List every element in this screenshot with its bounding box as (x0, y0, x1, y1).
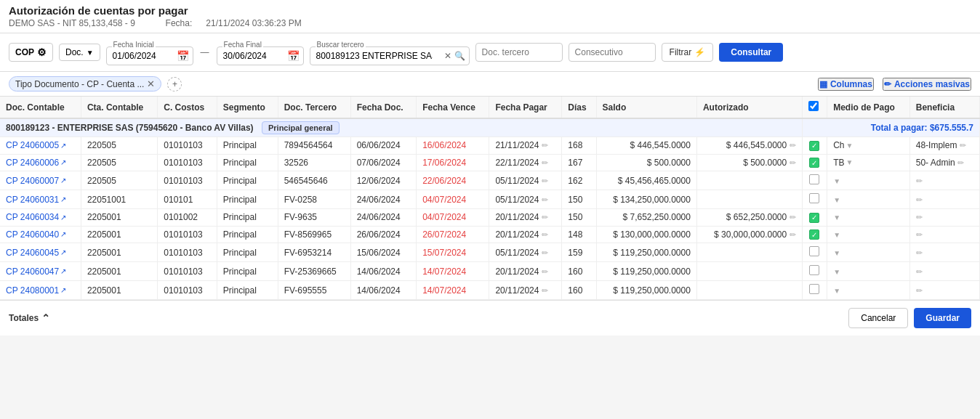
consultar-button[interactable]: Consultar (719, 43, 783, 62)
cell-beneficia: ✏ (909, 226, 979, 243)
external-link-icon: ↗ (60, 230, 66, 238)
cell-fecha-doc: 15/06/2024 (350, 243, 417, 262)
fecha-pagar-edit-icon[interactable]: ✏ (542, 195, 548, 204)
empty-payment-chevron[interactable]: ▼ (833, 249, 840, 257)
add-filter-button[interactable]: + (167, 77, 182, 91)
checked-icon[interactable]: ✓ (809, 213, 819, 223)
columnas-button[interactable]: ▦ Columnas (818, 78, 874, 91)
doc-link[interactable]: CP 24080001 ↗ (6, 285, 75, 296)
beneficia-edit-icon[interactable]: ✏ (916, 195, 923, 204)
cell-fecha-pagar: 05/11/2024 ✏ (489, 171, 562, 190)
currency-settings-icon[interactable]: ⚙ (37, 46, 47, 58)
cell-autorizado (696, 171, 802, 190)
empty-payment-chevron[interactable]: ▼ (833, 231, 840, 239)
doc-link[interactable]: CP 24060005 ↗ (6, 140, 75, 150)
cell-doc-tercero: FV-6953214 (278, 243, 350, 262)
acciones-masivas-button[interactable]: ✏ Acciones masivas (883, 78, 971, 91)
group-label: 800189123 - ENTERPRISE SAS (75945620 - B… (0, 118, 802, 137)
fecha-pagar-edit-icon[interactable]: ✏ (542, 176, 548, 185)
beneficia-edit-icon[interactable]: ✏ (916, 267, 923, 276)
unchecked-icon[interactable] (809, 193, 819, 203)
empty-payment-chevron[interactable]: ▼ (833, 287, 840, 295)
tag-label: Tipo Documento - CP - Cuenta ... (15, 79, 144, 89)
doc-link[interactable]: CP 24060045 ↗ (6, 248, 75, 258)
autorizado-edit-icon[interactable]: ✏ (790, 213, 796, 221)
totales-section[interactable]: Totales ⌃ (9, 312, 50, 324)
fecha-pagar-edit-icon[interactable]: ✏ (542, 267, 548, 276)
empty-payment-chevron[interactable]: ▼ (833, 268, 840, 276)
unchecked-icon[interactable] (809, 284, 819, 294)
cell-checkbox[interactable] (802, 281, 827, 300)
calendar-icon[interactable]: 📅 (177, 50, 189, 62)
cell-checkbox[interactable]: ✓ (802, 154, 827, 171)
cell-segmento: Principal (217, 137, 278, 155)
unchecked-icon[interactable] (809, 265, 819, 275)
doc-tercero-input[interactable] (475, 43, 563, 62)
filtrar-button[interactable]: Filtrar ⚡ (662, 43, 714, 62)
cell-fecha-doc: 07/06/2024 (350, 154, 417, 171)
payment-chevron-icon[interactable]: ▼ (846, 142, 854, 150)
currency-button[interactable]: COP ⚙ (9, 43, 53, 62)
autorizado-edit-icon[interactable]: ✏ (790, 158, 796, 167)
search-clear-icons[interactable]: ✕ 🔍 (444, 51, 465, 61)
cell-checkbox[interactable] (802, 243, 827, 262)
th-checkbox[interactable] (802, 97, 827, 118)
cell-doc-tercero: FV-8569965 (278, 226, 350, 243)
doc-link[interactable]: CP 24060007 ↗ (6, 176, 75, 186)
beneficia-edit-icon[interactable]: ✏ (916, 213, 923, 221)
cell-checkbox[interactable] (802, 262, 827, 281)
unchecked-icon[interactable] (809, 246, 819, 256)
doc-link[interactable]: CP 24060047 ↗ (6, 267, 75, 277)
checked-icon[interactable]: ✓ (809, 229, 819, 240)
external-link-icon: ↗ (60, 213, 66, 221)
cell-checkbox[interactable] (802, 190, 827, 209)
beneficia-edit-icon[interactable]: ✏ (916, 248, 923, 257)
cell-checkbox[interactable]: ✓ (802, 137, 827, 155)
cell-checkbox[interactable]: ✓ (802, 226, 827, 243)
select-all-checkbox[interactable] (808, 101, 819, 111)
beneficia-edit-icon[interactable]: ✏ (957, 158, 964, 167)
cell-beneficia: ✏ (909, 209, 979, 227)
cell-checkbox[interactable] (802, 171, 827, 190)
payment-chevron-icon[interactable]: ▼ (846, 158, 854, 166)
beneficia-edit-icon[interactable]: ✏ (916, 176, 923, 185)
doc-link[interactable]: CP 24060040 ↗ (6, 229, 75, 240)
cell-autorizado: $ 652,250.0000 ✏ (696, 209, 802, 227)
beneficia-edit-icon[interactable]: ✏ (916, 286, 923, 295)
empty-payment-chevron[interactable]: ▼ (833, 196, 840, 204)
checked-icon[interactable]: ✓ (809, 141, 819, 151)
doc-link[interactable]: CP 24060031 ↗ (6, 195, 75, 205)
autorizado-edit-icon[interactable]: ✏ (790, 230, 796, 239)
cell-dias: 160 (562, 281, 596, 300)
fecha-pagar-edit-icon[interactable]: ✏ (542, 230, 548, 239)
cancel-button[interactable]: Cancelar (848, 308, 908, 328)
cell-cta: 22051001 (81, 190, 157, 209)
fecha-pagar-edit-icon[interactable]: ✏ (542, 141, 548, 150)
guardar-button[interactable]: Guardar (914, 308, 971, 328)
totales-chevron-icon: ⌃ (41, 312, 50, 324)
empty-payment-chevron[interactable]: ▼ (833, 177, 840, 185)
fecha-pagar-edit-icon[interactable]: ✏ (542, 213, 548, 221)
th-doc-tercero: Doc. Tercero (278, 97, 350, 118)
consecutivo-input[interactable] (569, 43, 656, 62)
cell-doc: CP 24060031 ↗ (0, 190, 81, 209)
beneficia-edit-icon[interactable]: ✏ (916, 230, 923, 239)
doc-link[interactable]: CP 24060034 ↗ (6, 212, 75, 222)
empty-payment-chevron[interactable]: ▼ (833, 213, 840, 221)
beneficia-edit-icon[interactable]: ✏ (960, 141, 966, 150)
autorizado-edit-icon[interactable]: ✏ (790, 141, 796, 150)
calendar-end-icon[interactable]: 📅 (287, 50, 300, 62)
fecha-pagar-edit-icon[interactable]: ✏ (542, 158, 548, 167)
fecha-pagar-edit-icon[interactable]: ✏ (542, 248, 548, 257)
tag-close-icon[interactable]: ✕ (147, 78, 155, 89)
fecha-pagar-edit-icon[interactable]: ✏ (542, 286, 548, 295)
external-link-icon: ↗ (60, 267, 66, 275)
unchecked-icon[interactable] (809, 174, 819, 184)
doc-link[interactable]: CP 24060006 ↗ (6, 158, 75, 168)
doc-button[interactable]: Doc. ▼ (59, 44, 100, 61)
cell-doc: CP 24060034 ↗ (0, 209, 81, 227)
cell-cta: 2205001 (81, 226, 157, 243)
checked-icon[interactable]: ✓ (809, 158, 819, 168)
group-total: Total a pagar: $675.555.7 (802, 118, 979, 137)
cell-checkbox[interactable]: ✓ (802, 209, 827, 227)
